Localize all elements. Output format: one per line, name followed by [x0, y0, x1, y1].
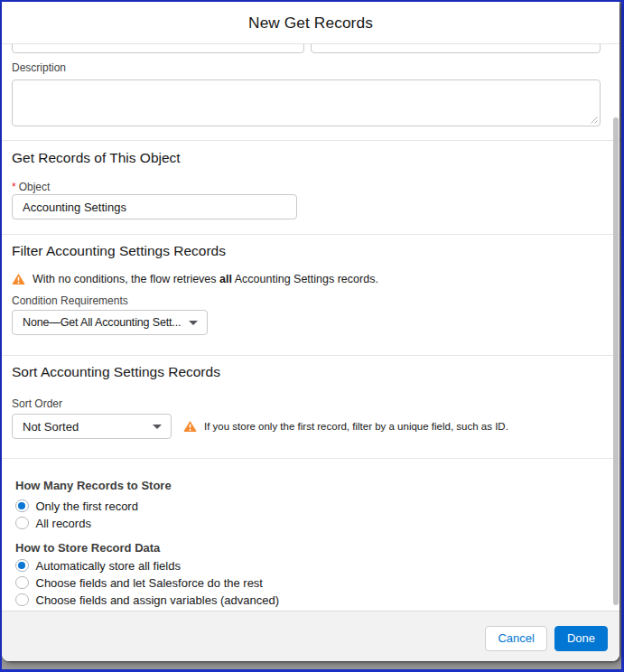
- object-label: *Object: [12, 182, 50, 193]
- modal-header: New Get Records: [2, 2, 619, 44]
- section-divider: [2, 234, 619, 235]
- radio-label: Choose fields and assign variables (adva…: [36, 593, 280, 607]
- radio-only-first-record[interactable]: Only the first record: [15, 499, 138, 513]
- radio-label: All records: [36, 517, 91, 530]
- radio-selected-icon[interactable]: [15, 499, 29, 513]
- label-input-clipped[interactable]: [12, 44, 304, 53]
- radio-selected-icon[interactable]: [15, 559, 29, 573]
- condition-requirements-label: Condition Requirements: [12, 295, 128, 307]
- description-label: Description: [12, 62, 66, 74]
- radio-automatically-store[interactable]: Automatically store all fields: [15, 558, 181, 573]
- modal-scroll-area[interactable]: Description Get Records of This Object *…: [2, 44, 619, 611]
- chevron-down-icon: [189, 321, 198, 325]
- new-get-records-modal: New Get Records Description Get Records …: [2, 2, 619, 661]
- vertical-scrollbar-thumb[interactable]: [613, 117, 619, 605]
- section-divider: [2, 458, 619, 459]
- sort-section-heading: Sort Accounting Settings Records: [12, 363, 220, 380]
- resize-handle-icon[interactable]: [590, 116, 598, 124]
- condition-requirements-value: None—Get All Accounting Sett...: [23, 316, 181, 329]
- filter-warning: With no conditions, the flow retrieves a…: [12, 272, 378, 285]
- chevron-down-icon: [153, 425, 162, 429]
- sort-warning: If you store only the first record, filt…: [183, 419, 508, 433]
- section-divider: [2, 140, 619, 141]
- done-button[interactable]: Done: [554, 626, 608, 651]
- sort-order-label: Sort Order: [12, 398, 62, 410]
- filter-warning-bold: all: [219, 273, 232, 285]
- radio-unselected-icon[interactable]: [15, 517, 29, 530]
- warning-icon: [183, 420, 197, 432]
- sort-order-select[interactable]: Not Sorted: [12, 414, 172, 439]
- object-section-heading: Get Records of This Object: [12, 149, 181, 166]
- radio-choose-fields-advanced[interactable]: Choose fields and assign variables (adva…: [15, 593, 279, 607]
- section-divider: [2, 355, 619, 356]
- sort-warning-text: If you store only the first record, filt…: [204, 421, 508, 432]
- radio-all-records[interactable]: All records: [15, 516, 91, 530]
- filter-warning-text: With no conditions, the flow retrieves a…: [33, 273, 378, 285]
- radio-unselected-icon[interactable]: [15, 593, 29, 607]
- description-textarea[interactable]: [12, 79, 601, 126]
- radio-choose-fields-salesforce[interactable]: Choose fields and let Salesforce do the …: [15, 575, 263, 590]
- filter-section-heading: Filter Accounting Settings Records: [12, 242, 226, 259]
- radio-unselected-icon[interactable]: [15, 576, 29, 590]
- how-many-records-label: How Many Records to Store: [15, 480, 172, 492]
- object-label-text: Object: [19, 181, 51, 193]
- api-name-input-clipped[interactable]: [311, 44, 601, 53]
- radio-label: Choose fields and let Salesforce do the …: [36, 576, 263, 590]
- warning-icon: [12, 273, 25, 285]
- radio-label: Only the first record: [36, 499, 138, 513]
- modal-footer: Cancel Done: [2, 611, 619, 661]
- object-input[interactable]: [12, 194, 297, 219]
- sort-order-value: Not Sorted: [23, 420, 79, 434]
- modal-title: New Get Records: [248, 14, 373, 33]
- radio-label: Automatically store all fields: [36, 559, 181, 573]
- condition-requirements-select[interactable]: None—Get All Accounting Sett...: [12, 310, 208, 335]
- cancel-button[interactable]: Cancel: [485, 626, 546, 651]
- required-asterisk: *: [12, 181, 16, 193]
- how-to-store-label: How to Store Record Data: [15, 542, 160, 555]
